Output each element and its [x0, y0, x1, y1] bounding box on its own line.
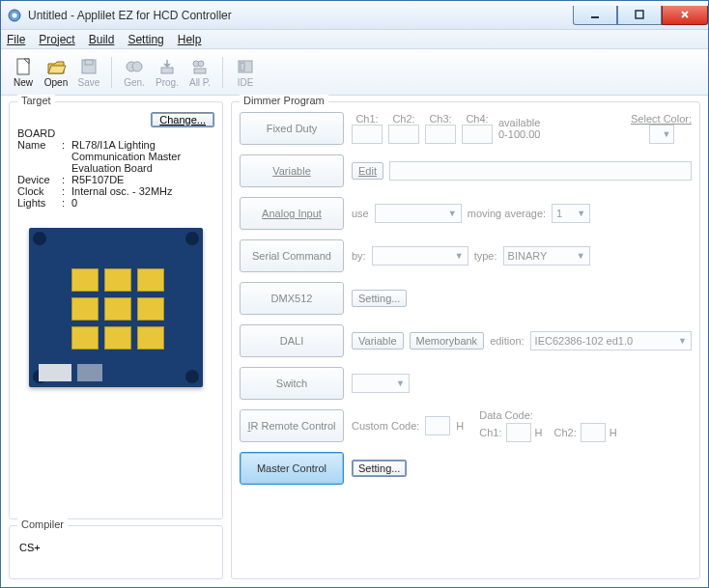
type-select[interactable]: BINARY▼	[503, 246, 590, 266]
row-switch: Switch ▼	[240, 367, 692, 400]
svg-rect-13	[194, 69, 206, 73]
ide-label: IDE	[238, 77, 254, 88]
compiler-legend: Compiler	[17, 518, 68, 530]
by-select[interactable]: ▼	[372, 246, 468, 266]
dmx-setting-button[interactable]: Setting...	[352, 290, 407, 307]
dmx512-button[interactable]: DMX512	[240, 282, 344, 315]
svg-rect-2	[591, 16, 599, 18]
h2: H	[535, 427, 543, 438]
row-fixed-duty: Fixed Duty Ch1: Ch2: Ch3: Ch4: available…	[240, 112, 692, 145]
fixed-duty-fields: Ch1: Ch2: Ch3: Ch4: available0-100.00 Se…	[352, 113, 692, 144]
new-button[interactable]: New	[7, 54, 40, 90]
device-label: Device	[17, 174, 62, 185]
row-analog: Analog Input use ▼ moving average: 1▼	[240, 197, 692, 230]
left-column: Target Change... BOARD Name:RL78/I1A Lig…	[9, 101, 223, 579]
app-window: Untitled - Applilet EZ for HCD Controlle…	[0, 0, 709, 588]
open-button[interactable]: Open	[40, 54, 72, 90]
svg-point-12	[198, 61, 204, 67]
menu-file[interactable]: File	[7, 33, 25, 46]
maximize-button[interactable]	[617, 6, 662, 25]
master-control-button[interactable]: Master Control	[240, 452, 344, 485]
svg-rect-7	[85, 60, 93, 65]
switch-select[interactable]: ▼	[352, 374, 410, 393]
dali-variable-button[interactable]: Variable	[352, 332, 404, 350]
use-select[interactable]: ▼	[375, 204, 462, 223]
h1: H	[456, 420, 464, 432]
switch-fields: ▼	[352, 374, 692, 393]
target-legend: Target	[17, 95, 55, 106]
menu-project[interactable]: Project	[39, 33, 74, 46]
open-label: Open	[44, 77, 68, 88]
ch2-input[interactable]	[388, 125, 419, 144]
serial-command-button[interactable]: Serial Command	[240, 239, 344, 272]
dmx512-fields: Setting...	[352, 290, 692, 307]
gen-icon	[124, 56, 145, 77]
right-column: Dimmer Program Fixed Duty Ch1: Ch2: Ch3:…	[231, 101, 700, 579]
open-icon	[45, 56, 67, 77]
dali-button[interactable]: DALI	[240, 324, 344, 357]
gen-button: Gen.	[118, 54, 151, 90]
compiler-group: Compiler CS+	[9, 525, 223, 579]
master-fields: Setting...	[352, 460, 692, 477]
moving-avg-select[interactable]: 1▼	[552, 204, 590, 223]
name-value: RL78/I1A Lighting Communication Master E…	[71, 139, 214, 174]
new-label: New	[14, 77, 33, 88]
data-code-label: Data Code:	[479, 409, 616, 421]
ir-remote-button[interactable]: IR Remote Control	[240, 409, 344, 442]
dc-ch1-input[interactable]	[506, 423, 531, 442]
switch-button[interactable]: Switch	[240, 367, 344, 400]
edition-select[interactable]: IEC62386-102 ed1.0▼	[530, 331, 692, 350]
edit-button[interactable]: Edit	[352, 162, 383, 180]
memorybank-button[interactable]: Memorybank	[410, 332, 485, 350]
target-group: Target Change... BOARD Name:RL78/I1A Lig…	[9, 101, 223, 519]
clock-value: Internal osc. - 32MHz	[71, 185, 173, 197]
menu-build[interactable]: Build	[89, 33, 115, 46]
lights-value: 0	[71, 197, 77, 209]
custom-code-input[interactable]	[425, 416, 450, 435]
compiler-value: CS+	[17, 536, 214, 571]
menu-help[interactable]: Help	[178, 33, 202, 46]
row-serial: Serial Command by: ▼ type: BINARY▼	[240, 239, 692, 272]
master-setting-button[interactable]: Setting...	[352, 460, 407, 477]
select-color-label: Select Color:	[631, 113, 692, 125]
row-ir: IR Remote Control Custom Code: H Data Co…	[240, 409, 692, 442]
variable-input[interactable]	[389, 161, 692, 181]
by-label: by:	[352, 250, 366, 262]
ch3-input[interactable]	[425, 125, 456, 144]
svg-point-9	[132, 62, 142, 71]
color-picker[interactable]: ▼	[649, 125, 674, 144]
save-label: Save	[78, 77, 100, 88]
dimmer-legend: Dimmer Program	[240, 95, 328, 106]
change-button[interactable]: Change...	[151, 112, 214, 127]
allp-button: All P.	[184, 54, 216, 90]
moving-avg-label: moving average:	[468, 208, 546, 219]
name-label: Name	[17, 139, 62, 174]
analog-input-button[interactable]: Analog Input	[240, 197, 344, 230]
menu-setting[interactable]: Setting	[128, 33, 163, 46]
titlebar: Untitled - Applilet EZ for HCD Controlle…	[1, 1, 708, 30]
close-button[interactable]	[662, 6, 708, 25]
svg-rect-3	[636, 11, 643, 18]
edition-label: edition:	[490, 335, 524, 347]
allp-label: All P.	[189, 77, 211, 88]
fixed-duty-button[interactable]: Fixed Duty	[240, 112, 344, 145]
dimmer-program-group: Dimmer Program Fixed Duty Ch1: Ch2: Ch3:…	[231, 101, 700, 579]
variable-fields: Edit	[352, 161, 692, 181]
gen-label: Gen.	[124, 77, 145, 88]
ide-button: IDE	[229, 54, 262, 90]
ch1-input[interactable]	[352, 125, 383, 144]
available-label: available	[498, 117, 540, 128]
save-icon	[78, 56, 99, 77]
variable-button[interactable]: Variable	[240, 154, 344, 187]
dc-ch2-input[interactable]	[581, 423, 606, 442]
row-variable: Variable Edit	[240, 154, 692, 187]
dc-ch2-label: Ch2:	[553, 427, 576, 438]
row-master: Master Control Setting...	[240, 452, 692, 485]
toolbar-sep-1	[111, 57, 112, 88]
allp-icon	[189, 56, 211, 77]
ch4-input[interactable]	[462, 125, 493, 144]
minimize-button[interactable]	[573, 6, 617, 25]
ch2-label: Ch2:	[392, 113, 414, 125]
custom-code-label: Custom Code:	[352, 420, 419, 432]
menubar: File Project Build Setting Help	[1, 30, 708, 49]
